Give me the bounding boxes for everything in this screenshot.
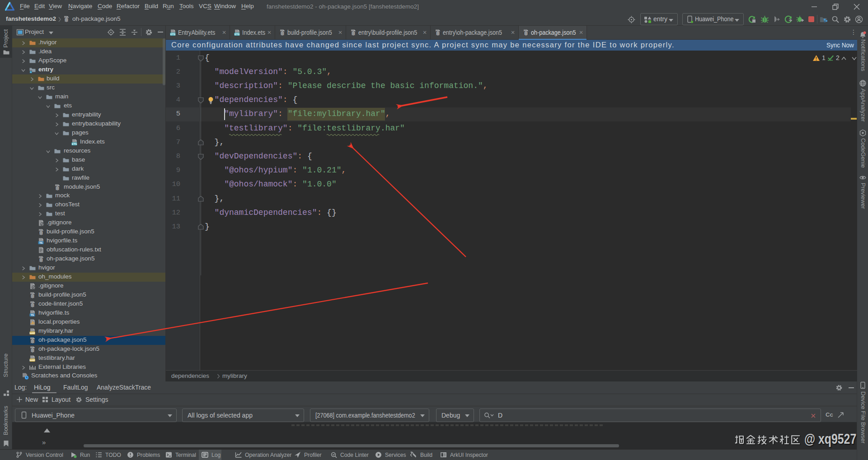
svg-text:HAR: HAR [29, 331, 35, 334]
svg-text:{ }: { } [63, 18, 70, 23]
svg-text:TS: TS [31, 314, 34, 316]
svg-text:{ }: { } [350, 31, 357, 36]
svg-text:{ }: { } [435, 31, 441, 36]
svg-text:{ }: { } [279, 31, 286, 36]
svg-text:ETS: ETS [235, 33, 239, 36]
svg-text:{ }: { } [29, 339, 36, 344]
svg-text:{ }: { } [29, 348, 36, 353]
svg-text:ETS: ETS [72, 143, 77, 145]
svg-text:{ }: { } [38, 231, 44, 236]
svg-text:{ }: { } [29, 293, 36, 298]
svg-text:{ }: { } [38, 258, 44, 263]
svg-text:HAR: HAR [29, 358, 35, 361]
svg-text:{ }: { } [54, 186, 61, 191]
svg-text:TS: TS [39, 242, 42, 244]
svg-text:ETS: ETS [170, 33, 175, 36]
svg-text:{ }: { } [523, 31, 529, 36]
svg-text:{ }: { } [29, 302, 36, 307]
